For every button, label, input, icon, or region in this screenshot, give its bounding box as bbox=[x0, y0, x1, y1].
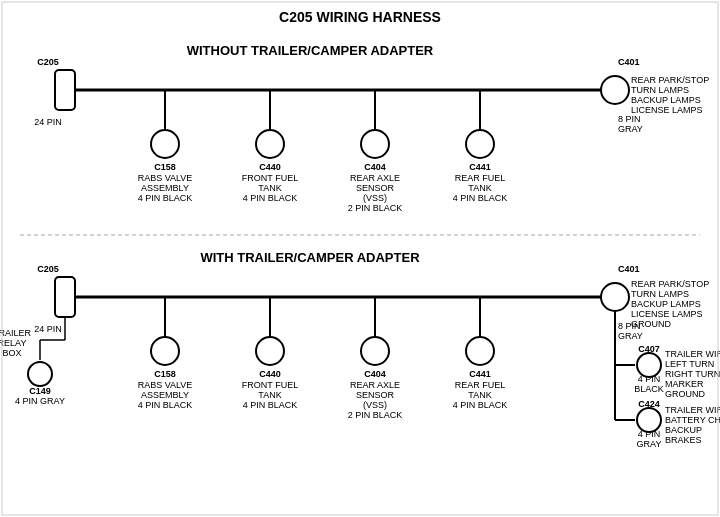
s2-r-l2: TURN LAMPS bbox=[631, 289, 689, 299]
s2-c407-name: C407 bbox=[638, 344, 660, 354]
s2-c404-l2: SENSOR bbox=[356, 390, 395, 400]
s2-r-l3: BACKUP LAMPS bbox=[631, 299, 701, 309]
s2-c440-l1: FRONT FUEL bbox=[242, 380, 298, 390]
s1-right-label4: LICENSE LAMPS bbox=[631, 105, 703, 115]
s2-c407-l4: MARKER bbox=[665, 379, 704, 389]
s1-right-pins: 8 PIN bbox=[618, 114, 641, 124]
s2-c440-name: C440 bbox=[259, 369, 281, 379]
s2-c158-l3: 4 PIN BLACK bbox=[138, 400, 193, 410]
s2-c424-l3: BACKUP bbox=[665, 425, 702, 435]
s2-c441-l1: REAR FUEL bbox=[455, 380, 506, 390]
s1-c158-name: C158 bbox=[154, 162, 176, 172]
s1-right-label1: REAR PARK/STOP bbox=[631, 75, 709, 85]
s2-c424-color: GRAY bbox=[637, 439, 662, 449]
s2-c407-pins: 4 PIN bbox=[638, 374, 661, 384]
svg-point-2 bbox=[601, 76, 629, 104]
s1-c440-name: C440 bbox=[259, 162, 281, 172]
s1-c404-l1: REAR AXLE bbox=[350, 173, 400, 183]
s2-c407-l2: LEFT TURN bbox=[665, 359, 714, 369]
svg-point-8 bbox=[361, 130, 389, 158]
s2-right-name: C401 bbox=[618, 264, 640, 274]
s2-c424-pins: 4 PIN bbox=[638, 429, 661, 439]
s2-c404-name: C404 bbox=[364, 369, 386, 379]
svg-point-25 bbox=[151, 337, 179, 365]
s2-relay-label2: RELAY bbox=[0, 338, 26, 348]
section2-label: WITH TRAILER/CAMPER ADAPTER bbox=[200, 250, 420, 265]
s1-right-label3: BACKUP LAMPS bbox=[631, 95, 701, 105]
s2-c441-l3: 4 PIN BLACK bbox=[453, 400, 508, 410]
s2-c158-l1: RABS VALVE bbox=[138, 380, 193, 390]
s2-c424-name: C424 bbox=[638, 399, 660, 409]
s2-c149-pins: 4 PIN GRAY bbox=[15, 396, 65, 406]
s1-c158-l2: ASSEMBLY bbox=[141, 183, 189, 193]
s2-r-l1: REAR PARK/STOP bbox=[631, 279, 709, 289]
s2-r-l4: LICENSE LAMPS bbox=[631, 309, 703, 319]
s1-c404-l2: SENSOR bbox=[356, 183, 395, 193]
s2-left-name: C205 bbox=[37, 264, 59, 274]
svg-rect-13 bbox=[55, 277, 75, 317]
s2-c404-l4: 2 PIN BLACK bbox=[348, 410, 403, 420]
s1-c441-l1: REAR FUEL bbox=[455, 173, 506, 183]
s2-right-color: GRAY bbox=[618, 331, 643, 341]
s2-c404-l3: (VSS) bbox=[363, 400, 387, 410]
s1-right-label2: TURN LAMPS bbox=[631, 85, 689, 95]
s1-c158-l1: RABS VALVE bbox=[138, 173, 193, 183]
s2-c404-l1: REAR AXLE bbox=[350, 380, 400, 390]
svg-point-6 bbox=[256, 130, 284, 158]
page-title: C205 WIRING HARNESS bbox=[279, 9, 441, 25]
svg-point-10 bbox=[466, 130, 494, 158]
s2-c424-l4: BRAKES bbox=[665, 435, 702, 445]
s2-c424-l1: TRAILER WIRES bbox=[665, 405, 720, 415]
s1-c404-l4: 2 PIN BLACK bbox=[348, 203, 403, 213]
s1-c404-name: C404 bbox=[364, 162, 386, 172]
s2-c158-name: C158 bbox=[154, 369, 176, 379]
s2-c407-l3: RIGHT TURN bbox=[665, 369, 720, 379]
svg-point-27 bbox=[256, 337, 284, 365]
svg-point-29 bbox=[361, 337, 389, 365]
s1-c404-l3: (VSS) bbox=[363, 193, 387, 203]
s1-left-pins: 24 PIN bbox=[34, 117, 62, 127]
s2-left-pins: 24 PIN bbox=[34, 324, 62, 334]
svg-point-17 bbox=[28, 362, 52, 386]
s2-relay-label1: TRAILER bbox=[0, 328, 32, 338]
s2-c440-l2: TANK bbox=[258, 390, 281, 400]
s1-left-name: C205 bbox=[37, 57, 59, 67]
s1-c441-name: C441 bbox=[469, 162, 491, 172]
svg-point-18 bbox=[601, 283, 629, 311]
s2-c149-name: C149 bbox=[29, 386, 51, 396]
s1-c440-l1: FRONT FUEL bbox=[242, 173, 298, 183]
svg-point-4 bbox=[151, 130, 179, 158]
s1-c440-l3: 4 PIN BLACK bbox=[243, 193, 298, 203]
s1-right-color: GRAY bbox=[618, 124, 643, 134]
s2-c441-name: C441 bbox=[469, 369, 491, 379]
s2-relay-label3: BOX bbox=[2, 348, 21, 358]
s2-right-pins: 8 PIN bbox=[618, 321, 641, 331]
svg-point-31 bbox=[466, 337, 494, 365]
s1-right-name: C401 bbox=[618, 57, 640, 67]
s2-c407-l1: TRAILER WIRES bbox=[665, 349, 720, 359]
s2-c440-l3: 4 PIN BLACK bbox=[243, 400, 298, 410]
s2-c441-l2: TANK bbox=[468, 390, 491, 400]
s1-c158-l3: 4 PIN BLACK bbox=[138, 193, 193, 203]
s2-c407-color: BLACK bbox=[634, 384, 664, 394]
s2-c158-l2: ASSEMBLY bbox=[141, 390, 189, 400]
s1-c440-l2: TANK bbox=[258, 183, 281, 193]
s1-c441-l2: TANK bbox=[468, 183, 491, 193]
svg-rect-1 bbox=[55, 70, 75, 110]
s1-c441-l3: 4 PIN BLACK bbox=[453, 193, 508, 203]
s2-c407-l5: GROUND bbox=[665, 389, 705, 399]
section1-label: WITHOUT TRAILER/CAMPER ADAPTER bbox=[187, 43, 434, 58]
s2-c424-l2: BATTERY CHARGE bbox=[665, 415, 720, 425]
